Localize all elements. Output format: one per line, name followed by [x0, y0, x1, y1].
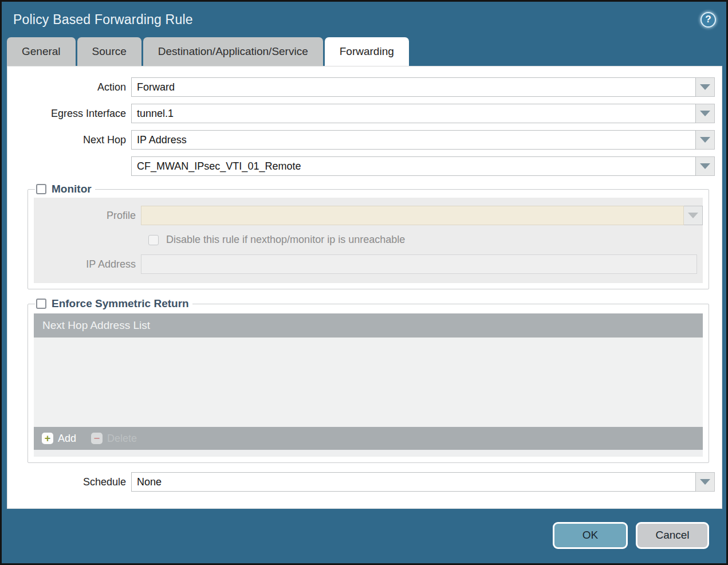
add-button-label: Add — [58, 433, 76, 445]
egress-interface-select[interactable]: tunnel.1 — [131, 104, 696, 123]
chevron-down-icon — [700, 137, 710, 143]
minus-icon: − — [91, 433, 103, 444]
tab-bar: General Source Destination/Application/S… — [2, 37, 726, 66]
delete-button: − Delete — [91, 433, 137, 445]
enforce-symmetric-return-fieldset: Enforce Symmetric Return Next Hop Addres… — [27, 297, 709, 463]
tab-destination-application-service[interactable]: Destination/Application/Service — [143, 37, 323, 66]
dialog-title: Policy Based Forwarding Rule — [13, 12, 701, 28]
schedule-row: Schedule None — [18, 472, 715, 492]
chevron-down-icon — [700, 479, 710, 485]
ok-button[interactable]: OK — [553, 522, 628, 549]
add-button[interactable]: + Add — [42, 433, 76, 445]
next-hop-address-select[interactable]: CF_MWAN_IPsec_VTI_01_Remote — [131, 156, 696, 176]
schedule-dropdown-button[interactable] — [696, 472, 715, 492]
next-hop-address-dropdown-button[interactable] — [696, 156, 715, 176]
action-select[interactable]: Forward — [131, 77, 696, 97]
forwarding-tab-content: Action Forward Egress Interface tunnel.1… — [7, 66, 722, 509]
egress-interface-row: Egress Interface tunnel.1 — [18, 104, 715, 123]
tab-general[interactable]: General — [7, 37, 76, 66]
monitor-ip-address-input — [141, 254, 697, 274]
profile-label: Profile — [34, 210, 136, 222]
profile-select — [141, 206, 684, 225]
enforce-symmetric-return-legend: Enforce Symmetric Return — [35, 297, 192, 310]
monitor-ip-address-label: IP Address — [34, 258, 136, 270]
tab-forwarding[interactable]: Forwarding — [325, 37, 409, 66]
next-hop-address-list-footer: + Add − Delete — [34, 427, 703, 450]
help-icon[interactable]: ? — [701, 12, 716, 28]
disable-rule-label: Disable this rule if nexthop/monitor ip … — [166, 234, 405, 246]
chevron-down-icon — [700, 84, 710, 90]
schedule-label: Schedule — [18, 476, 126, 488]
next-hop-address-table: Next Hop Address List + Add − Delete — [34, 313, 703, 457]
dialog-footer: OK Cancel — [2, 507, 726, 563]
monitor-panel: Profile Disable this rule if nexthop/mon… — [34, 198, 703, 283]
next-hop-address-list-header: Next Hop Address List — [34, 313, 703, 338]
next-hop-address-list-body[interactable] — [34, 338, 703, 427]
egress-interface-label: Egress Interface — [18, 108, 126, 120]
chevron-down-icon — [700, 163, 710, 169]
table-bottom-strip — [34, 450, 703, 457]
chevron-down-icon — [700, 111, 710, 116]
next-hop-dropdown-button[interactable] — [696, 130, 715, 150]
enforce-symmetric-return-legend-label: Enforce Symmetric Return — [52, 297, 189, 310]
disable-rule-row: Disable this rule if nexthop/monitor ip … — [34, 229, 703, 250]
profile-dropdown-button — [684, 206, 703, 225]
next-hop-select[interactable]: IP Address — [131, 130, 696, 150]
monitor-legend: Monitor — [35, 183, 95, 195]
profile-row: Profile — [34, 202, 703, 229]
schedule-select[interactable]: None — [131, 472, 696, 492]
cancel-button[interactable]: Cancel — [636, 522, 709, 549]
next-hop-address-row: CF_MWAN_IPsec_VTI_01_Remote — [18, 156, 715, 176]
tab-source[interactable]: Source — [77, 37, 141, 66]
monitor-ip-address-row: IP Address — [34, 250, 703, 278]
monitor-checkbox[interactable] — [36, 184, 46, 194]
delete-button-label: Delete — [107, 433, 137, 445]
next-hop-label: Next Hop — [18, 134, 126, 146]
next-hop-row: Next Hop IP Address — [18, 130, 715, 150]
chevron-down-icon — [688, 213, 698, 218]
monitor-legend-label: Monitor — [52, 183, 92, 195]
action-row: Action Forward — [18, 77, 715, 97]
title-bar: Policy Based Forwarding Rule ? — [2, 2, 726, 37]
action-dropdown-button[interactable] — [696, 77, 715, 97]
egress-interface-dropdown-button[interactable] — [696, 104, 715, 123]
plus-icon: + — [42, 433, 53, 444]
disable-rule-checkbox — [148, 235, 159, 245]
action-label: Action — [18, 81, 126, 93]
monitor-fieldset: Monitor Profile Disable this rule if nex… — [27, 183, 709, 289]
enforce-symmetric-return-checkbox[interactable] — [36, 299, 46, 309]
pbf-rule-dialog: Policy Based Forwarding Rule ? General S… — [0, 0, 728, 565]
